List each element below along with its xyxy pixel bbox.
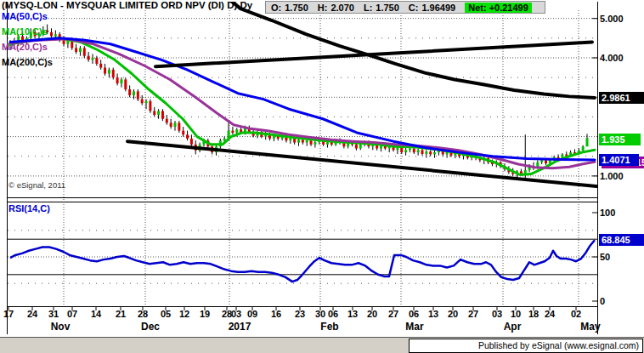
- day-label: 16: [266, 309, 286, 319]
- day-label: 14: [86, 309, 106, 319]
- quote-field: O:1.750: [271, 3, 308, 13]
- quote-field-value: 1.750: [376, 3, 399, 13]
- day-label: 20: [362, 309, 382, 319]
- month-label: 2017: [223, 321, 257, 333]
- month-label: May: [573, 321, 607, 333]
- copyright-text: © eSignal, 2011: [8, 180, 65, 190]
- price-axis-label: 4.000: [600, 52, 624, 64]
- net-change-badge: Net: +0.21499: [465, 3, 532, 13]
- rsi-axis-label: 0: [600, 295, 605, 307]
- quote-field-label: C:: [409, 3, 419, 13]
- price-axis-label: 5.000: [600, 13, 624, 25]
- quote-bar: O:1.750H:2.070L:1.750C:1.96499Net: +0.21…: [265, 1, 545, 14]
- ma-label: MA(10,C)s: [2, 26, 48, 37]
- day-label: 24: [22, 309, 42, 319]
- price-axis-label: 1.000: [600, 170, 624, 182]
- quote-field: H:2.070: [318, 3, 354, 13]
- day-label: 28: [133, 309, 153, 319]
- ma50-value-badge: 1.4071: [599, 154, 639, 166]
- quote-field-label: L:: [364, 3, 372, 13]
- quote-field-value: 1.750: [285, 3, 308, 13]
- month-label: Mar: [398, 321, 432, 333]
- day-label: 13: [342, 309, 363, 319]
- ma-label: MA(200,C)s: [2, 57, 53, 67]
- day-label: 19: [195, 309, 215, 319]
- day-label: 31: [43, 309, 64, 319]
- quote-field: C:1.96499: [409, 3, 455, 13]
- chart-canvas[interactable]: [0, 0, 644, 353]
- month-label: Nov: [43, 321, 77, 333]
- day-label: 23: [290, 309, 310, 319]
- quote-field-label: O:: [271, 3, 281, 13]
- last-price-badge: 1.935: [599, 134, 641, 145]
- month-label: Apr: [495, 321, 529, 333]
- day-label: 05: [155, 309, 176, 319]
- rsi-indicator-label: RSI(14,C): [8, 203, 50, 214]
- quote-field-value: 2.070: [330, 3, 354, 13]
- day-label: 06: [323, 309, 343, 319]
- ma200-value-badge: 2.9861: [599, 92, 644, 104]
- day-label: 12: [174, 309, 195, 319]
- publisher-credit: Published by eSignal (www.esignal.com): [409, 339, 643, 353]
- day-label: 27: [463, 309, 483, 319]
- day-label: 02: [566, 309, 586, 319]
- month-label: Dec: [133, 321, 167, 333]
- day-label: 21: [110, 309, 131, 319]
- quote-field-label: H:: [318, 3, 328, 13]
- day-label: 17: [0, 309, 19, 319]
- day-label: 06: [404, 309, 424, 319]
- rsi-axis-label: 50: [600, 251, 610, 263]
- quote-field: L:1.750: [364, 3, 399, 13]
- ma-label: MA(50,C)s: [2, 11, 48, 21]
- rsi-value-badge: 68.845: [599, 234, 644, 246]
- day-label: 03: [487, 309, 507, 319]
- chart-title: (MYSQ-LON - MYSQUAR LIMITED ORD NPV (DI)…: [2, 0, 252, 10]
- day-label: 27: [383, 309, 404, 319]
- day-label: 24: [539, 309, 560, 319]
- day-label: 20: [443, 309, 463, 319]
- day-label: 13: [423, 309, 443, 319]
- chart-window: (MYSQ-LON - MYSQUAR LIMITED ORD NPV (DI)…: [0, 0, 644, 353]
- day-label: 07: [62, 309, 82, 319]
- rsi-axis-label: 100: [600, 207, 615, 219]
- month-label: Feb: [313, 321, 347, 333]
- quote-field-value: 1.96499: [421, 3, 455, 13]
- ma-label: MA(20,C)s: [2, 42, 48, 52]
- day-label: 09: [242, 309, 263, 319]
